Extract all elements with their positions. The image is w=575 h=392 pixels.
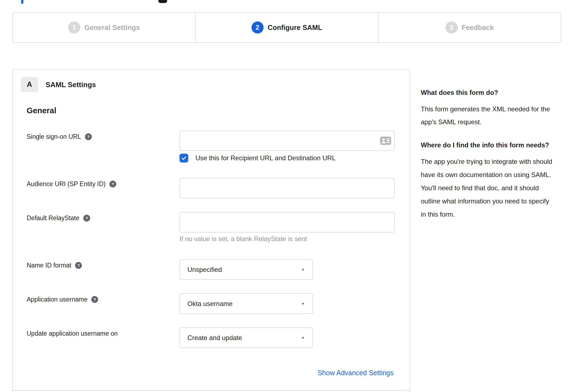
cutoff-blue-fragment	[21, 0, 23, 4]
recipient-url-checkbox-row: Use this for Recipient URL and Destinati…	[179, 154, 336, 162]
update-username-select[interactable]: Create and update ▼	[179, 327, 313, 348]
recipient-url-checkbox[interactable]	[179, 154, 188, 162]
help-section-what: What does this form do? This form genera…	[421, 87, 553, 128]
app-username-value: Okta username	[187, 300, 233, 308]
update-username-label: Update application username on	[27, 330, 118, 337]
sso-url-label-row: Single sign-on URL ?	[27, 133, 92, 140]
help-section-where-body: The app you're trying to integrate with …	[421, 155, 553, 221]
relay-state-hint: If no value is set, a blank RelayState i…	[179, 235, 307, 243]
help-section-where: Where do I find the info this form needs…	[421, 140, 553, 221]
step-configure-saml[interactable]: 2 Configure SAML	[195, 13, 378, 42]
step-2-number-badge: 2	[251, 21, 264, 34]
app-username-label-row: Application username ?	[27, 296, 98, 303]
help-section-what-heading: What does this form do?	[421, 87, 553, 98]
step-1-label: General Settings	[84, 24, 140, 32]
name-id-format-help-icon[interactable]: ?	[75, 262, 82, 269]
audience-uri-label-row: Audience URI (SP Entity ID) ?	[27, 180, 116, 188]
update-username-label-row: Update application username on	[27, 330, 118, 337]
help-section-what-body: This form generates the XML needed for t…	[421, 103, 553, 128]
step-1-number-badge: 1	[68, 21, 80, 34]
app-username-label: Application username	[27, 296, 87, 303]
general-group-heading: General	[27, 106, 56, 115]
section-a-badge: A	[21, 77, 38, 92]
relay-state-label-row: Default RelayState ?	[27, 214, 90, 222]
audience-uri-help-icon[interactable]: ?	[109, 181, 116, 187]
name-id-format-label: Name ID format	[27, 262, 71, 269]
app-username-select[interactable]: Okta username ▼	[179, 293, 313, 314]
step-feedback[interactable]: 3 Feedback	[378, 13, 561, 42]
saml-settings-panel: A SAML Settings General Single sign-on U…	[12, 69, 410, 392]
show-advanced-settings-link[interactable]: Show Advanced Settings	[317, 369, 394, 377]
step-general-settings[interactable]: 1 General Settings	[13, 13, 195, 42]
relay-state-label: Default RelayState	[27, 214, 79, 222]
name-id-format-value: Unspecified	[187, 266, 222, 274]
step-2-label: Configure SAML	[268, 24, 322, 32]
name-id-format-select[interactable]: Unspecified ▼	[179, 259, 313, 280]
sso-url-input[interactable]	[179, 131, 395, 151]
name-id-format-label-row: Name ID format ?	[27, 262, 82, 269]
sso-url-label: Single sign-on URL	[27, 133, 81, 140]
update-username-value: Create and update	[187, 334, 242, 342]
relay-state-input[interactable]	[179, 212, 395, 233]
wizard-stepper: 1 General Settings 2 Configure SAML 3 Fe…	[12, 12, 561, 43]
section-title: SAML Settings	[46, 81, 96, 89]
app-username-help-icon[interactable]: ?	[91, 296, 98, 303]
step-3-number-badge: 3	[446, 21, 458, 34]
checkmark-icon	[181, 155, 187, 161]
chevron-down-icon: ▼	[301, 336, 305, 340]
help-section-where-heading: Where do I find the info this form needs…	[421, 140, 553, 150]
relay-state-help-icon[interactable]: ?	[83, 215, 90, 222]
recipient-url-checkbox-label: Use this for Recipient URL and Destinati…	[195, 154, 336, 162]
chevron-down-icon: ▼	[301, 302, 305, 306]
configure-saml-page: 1 General Settings 2 Configure SAML 3 Fe…	[0, 0, 575, 392]
step-3-label: Feedback	[462, 24, 494, 32]
audience-uri-label: Audience URI (SP Entity ID)	[27, 180, 106, 188]
sso-url-help-icon[interactable]: ?	[85, 133, 92, 140]
chevron-down-icon: ▼	[301, 267, 305, 272]
audience-uri-input[interactable]	[179, 178, 395, 198]
cutoff-app-logo-fragment	[158, 0, 167, 3]
help-sidebar: What does this form do? This form genera…	[421, 87, 553, 221]
contact-card-autofill-icon[interactable]	[380, 137, 391, 145]
section-dotted-divider	[13, 390, 409, 391]
